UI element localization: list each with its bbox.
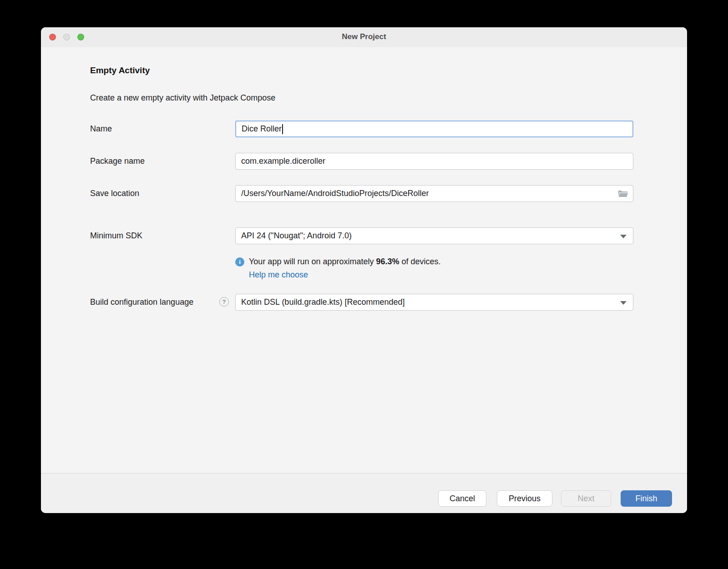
save-location-value: /Users/YourName/AndroidStudioProjects/Di… (241, 189, 429, 198)
help-icon[interactable]: ? (219, 297, 229, 307)
save-location-label: Save location (90, 188, 139, 198)
previous-button[interactable]: Previous (497, 490, 552, 507)
text-caret (282, 124, 283, 134)
cancel-button[interactable]: Cancel (438, 490, 486, 507)
folder-open-icon[interactable] (617, 188, 628, 199)
sdk-info-row: i Your app will run on approximately 96.… (235, 257, 441, 267)
build-config-label: Build configuration language (90, 297, 193, 307)
sdk-info-text-before: Your app will run on approximately (249, 257, 376, 266)
next-button: Next (561, 490, 611, 507)
chevron-down-icon (620, 301, 627, 305)
minimum-sdk-dropdown[interactable]: API 24 ("Nougat"; Android 7.0) (235, 227, 633, 244)
save-location-input[interactable]: /Users/YourName/AndroidStudioProjects/Di… (235, 185, 633, 202)
title-bar: New Project (41, 27, 687, 47)
sdk-info-text: Your app will run on approximately 96.3%… (249, 257, 441, 267)
help-me-choose-link[interactable]: Help me choose (249, 270, 308, 280)
info-icon: i (235, 257, 244, 267)
footer-bar: Cancel Previous Next Finish (41, 473, 687, 513)
new-project-dialog: New Project Empty Activity Create a new … (41, 27, 687, 513)
window-title: New Project (41, 32, 687, 41)
name-input[interactable]: Dice Roller (235, 121, 633, 137)
minimum-sdk-value: API 24 ("Nougat"; Android 7.0) (241, 231, 352, 241)
package-name-label: Package name (90, 156, 145, 166)
page-subtitle: Create a new empty activity with Jetpack… (90, 93, 275, 103)
finish-button[interactable]: Finish (621, 490, 672, 507)
build-config-value: Kotlin DSL (build.gradle.kts) [Recommend… (241, 297, 405, 307)
sdk-info-percentage: 96.3% (376, 257, 399, 266)
package-name-input[interactable] (235, 153, 633, 170)
sdk-info-text-after: of devices. (399, 257, 441, 266)
build-config-dropdown[interactable]: Kotlin DSL (build.gradle.kts) [Recommend… (235, 294, 633, 311)
minimum-sdk-label: Minimum SDK (90, 231, 142, 241)
name-input-value: Dice Roller (242, 124, 282, 134)
name-label: Name (90, 124, 112, 134)
page-title: Empty Activity (90, 65, 150, 76)
chevron-down-icon (620, 235, 627, 238)
